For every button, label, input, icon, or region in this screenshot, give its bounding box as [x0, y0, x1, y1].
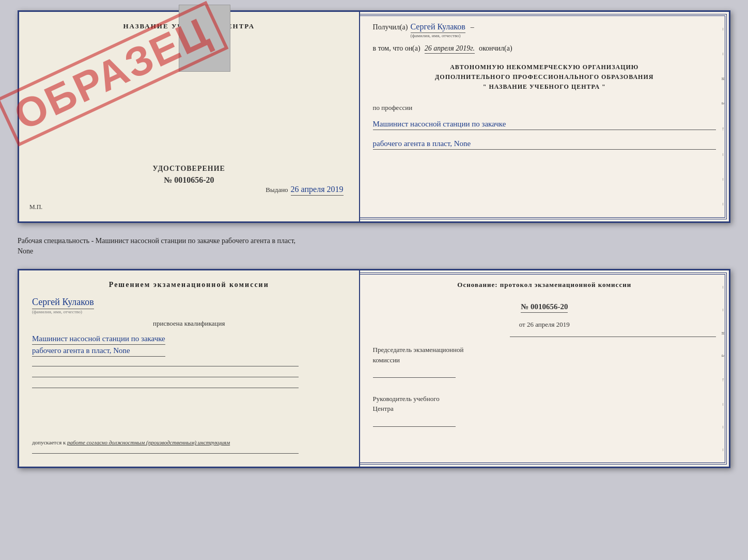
poluchil-label: Получил(а): [373, 23, 408, 31]
document-number: № 0010656-20: [164, 175, 214, 185]
mark6: –: [721, 203, 726, 205]
okonchil-label: окончил(а): [479, 44, 512, 53]
top-document: НАЗВАНИЕ УЧЕБНОГО ЦЕНТРА ОБРАЗЕЦ УДОСТОВ…: [18, 10, 730, 223]
resheniem-text: Решением экзаменационной комиссии: [32, 281, 346, 289]
qualification-line2: рабочего агента в пласт, None: [32, 346, 165, 357]
bmark-i: и: [721, 332, 726, 334]
divider3: [32, 388, 299, 388]
predsedatel-block: Председатель экзаменационной комиссии: [373, 345, 716, 381]
rukovoditel-signature: [373, 417, 456, 427]
vydano-label: Выдано: [266, 186, 288, 194]
bmark6: –: [721, 449, 726, 451]
protocol-number: № 0010656-20: [521, 302, 568, 313]
predsedatel-signature: [373, 367, 456, 378]
ot-label: от: [519, 321, 525, 328]
mark-a: а: [721, 102, 726, 104]
org-line2: ДОПОЛНИТЕЛЬНОГО ПРОФЕССИОНАЛЬНОГО ОБРАЗО…: [373, 72, 716, 82]
bmark2: –: [721, 309, 726, 311]
ot-date: 26 апреля 2019: [527, 321, 570, 328]
person-name: Сергей Кулаков: [32, 297, 94, 309]
between-label: Рабочая специальность - Машинист насосно…: [18, 233, 730, 259]
mark3: ←: [721, 126, 726, 132]
ot-date-line: от 26 апреля 2019: [373, 321, 716, 329]
photo-placeholder: [179, 5, 230, 72]
vtom-label: в том, что он(а): [373, 44, 420, 53]
dash1: –: [471, 23, 474, 31]
prisvoyena-text: присвоена квалификация: [32, 319, 346, 328]
vydano-section: Выдано 26 апреля 2019: [29, 185, 349, 201]
between-text2: None: [18, 246, 730, 257]
org-line1: АВТОНОМНУЮ НЕКОММЕРЧЕСКУЮ ОРГАНИЗАЦИЮ: [373, 62, 716, 72]
mark2: –: [721, 53, 726, 55]
mark-i: и: [721, 77, 726, 80]
po-professii-label: по профессии: [373, 104, 716, 112]
mark5: –: [721, 178, 726, 181]
divider1: [32, 366, 299, 366]
qualification-line1: Машинист насосной станции по закачке: [32, 334, 165, 345]
bmark4: –: [721, 403, 726, 406]
person-sub: (фамилия, имя, отчество): [32, 309, 82, 314]
between-text1: Рабочая специальность - Машинист насосно…: [18, 236, 730, 246]
vydano-date: 26 апреля 2019: [291, 185, 344, 196]
divider2: [32, 377, 299, 377]
poluchil-line: Получил(а) Сергей Кулаков (фамилия, имя,…: [373, 22, 716, 38]
bottom-right-sidebar-marks: – – и а ← – – –: [719, 270, 729, 467]
recipient-name: Сергей Кулаков: [411, 22, 465, 33]
mp-label: М.П.: [29, 203, 42, 211]
qualification-block: Машинист насосной станции по закачке раб…: [32, 333, 165, 358]
top-left-panel: НАЗВАНИЕ УЧЕБНОГО ЦЕНТРА ОБРАЗЕЦ УДОСТОВ…: [19, 12, 360, 221]
bmark-a: а: [721, 355, 726, 357]
vtom-line: в том, что он(а) 26 апреля 2019г. окончи…: [373, 44, 716, 54]
dopuskaetsya-block: допускается к работе согласно должностны…: [32, 439, 230, 445]
dopusk-text: работе согласно должностным (производств…: [67, 439, 230, 445]
udostoverenie-label: УДОСТОВЕРЕНИЕ: [153, 165, 225, 173]
mark4: –: [721, 153, 726, 156]
top-right-panel: Получил(а) Сергей Кулаков (фамилия, имя,…: [360, 12, 729, 221]
obrazec-stamp: ОБРАЗЕЦ: [40, 27, 184, 120]
divider-right1: [510, 337, 716, 337]
tsentra-label: Центра: [373, 404, 716, 414]
rukovoditel-block: Руководитель учебного Центра: [373, 394, 716, 430]
rukovoditel-label: Руководитель учебного: [373, 394, 716, 404]
bottom-document: Решением экзаменационной комиссии Сергей…: [18, 269, 730, 468]
org-block: АВТОНОМНУЮ НЕКОММЕРЧЕСКУЮ ОРГАНИЗАЦИЮ ДО…: [373, 62, 716, 92]
right-sidebar-marks: – – и а ← – – –: [719, 12, 729, 221]
bmark3: ←: [721, 377, 726, 382]
komissia-label: комиссии: [373, 355, 716, 365]
bmark1: –: [721, 286, 726, 289]
dopuskaetsya-label: допускается к: [32, 439, 66, 445]
recipient-sub: (фамилия, имя, отчество): [411, 33, 461, 38]
divider4: [32, 453, 299, 454]
person-block: Сергей Кулаков (фамилия, имя, отчество): [32, 297, 94, 314]
osnovaniye-text: Основание: протокол экзаменационной коми…: [373, 281, 716, 289]
bottom-left-panel: Решением экзаменационной комиссии Сергей…: [19, 270, 360, 467]
bottom-right-panel: Основание: протокол экзаменационной коми…: [360, 270, 729, 467]
profession-line1: Машинист насосной станции по закачке: [373, 120, 716, 130]
bmark5: –: [721, 426, 726, 428]
predsedatel-label: Председатель экзаменационной: [373, 345, 716, 355]
completion-date: 26 апреля 2019г.: [425, 44, 475, 54]
profession-line2: рабочего агента в пласт, None: [373, 139, 716, 150]
protocol-number-block: № 0010656-20: [373, 302, 716, 313]
org-line3: " НАЗВАНИЕ УЧЕБНОГО ЦЕНТРА ": [373, 82, 716, 92]
recipient-name-block: Сергей Кулаков (фамилия, имя, отчество): [411, 22, 465, 38]
mark1: –: [721, 28, 726, 30]
